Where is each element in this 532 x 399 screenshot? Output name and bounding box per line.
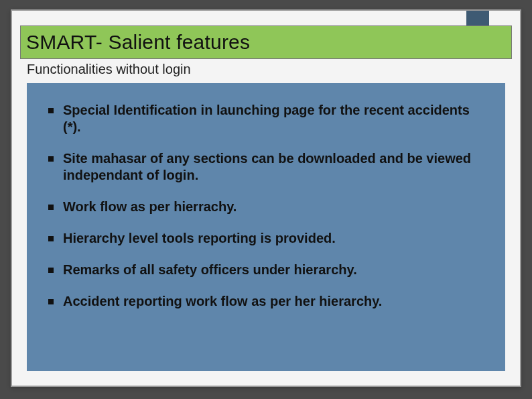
list-item: Special Identification in launching page… (46, 102, 486, 135)
slide-subtitle: Functionalities without login (27, 62, 191, 77)
list-item: Site mahasar of any sections can be down… (46, 150, 486, 184)
slide-root: SMART- Salient features Functionalities … (0, 0, 532, 399)
list-item: Work flow as per hierrachy. (46, 198, 486, 215)
title-bar: SMART- Salient features (20, 25, 512, 59)
list-item: Accident reporting work flow as per her … (46, 293, 486, 310)
bullet-list: Special Identification in launching page… (46, 102, 486, 310)
slide-title: SMART- Salient features (26, 31, 250, 54)
slide-inner: SMART- Salient features Functionalities … (11, 9, 521, 387)
list-item: Remarks of all safety officers under hie… (46, 262, 486, 278)
list-item: Hierarchy level tools reporting is provi… (46, 230, 486, 247)
content-panel: Special Identification in launching page… (27, 83, 505, 371)
